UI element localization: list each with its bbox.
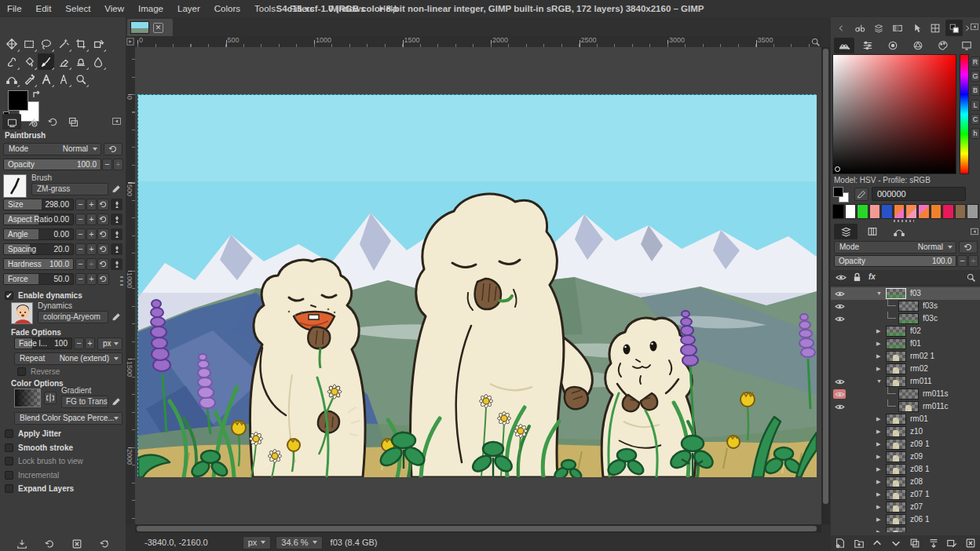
text-tool-button[interactable]	[38, 71, 54, 87]
layer-thumbnail[interactable]	[886, 502, 906, 513]
patterns-dialog-tab[interactable]	[927, 20, 944, 36]
layer-row[interactable]: ▶rm02	[831, 363, 980, 375]
layer-visibility-toggle[interactable]	[833, 490, 846, 499]
menu-select[interactable]: Select	[58, 2, 97, 16]
search-icon[interactable]	[966, 272, 976, 283]
layer-row[interactable]: ▶	[831, 526, 980, 532]
smudge-tool-button[interactable]	[90, 53, 106, 70]
images-tab[interactable]	[64, 114, 82, 130]
image-tab[interactable]: ✕	[127, 19, 173, 36]
canvas-viewport[interactable]	[135, 47, 821, 524]
spacing-reset-button[interactable]	[97, 243, 109, 255]
pane-resize-handle[interactable]	[120, 276, 123, 287]
merge-down-icon[interactable]	[928, 538, 939, 549]
new-group-icon[interactable]	[854, 538, 865, 549]
spacing-decrease-button[interactable]: −	[75, 243, 86, 255]
menu-tools[interactable]: Tools	[247, 2, 283, 16]
layer-thumbnail[interactable]	[886, 464, 906, 475]
device-status-tab[interactable]	[23, 114, 42, 130]
menu-colors[interactable]: Colors	[207, 2, 247, 16]
new-layer-icon[interactable]	[835, 538, 846, 549]
close-icon[interactable]: ✕	[153, 23, 163, 33]
duplicate-layer-icon[interactable]	[909, 538, 920, 549]
delete-layer-icon[interactable]	[965, 538, 976, 549]
aspect-dynamics-toggle[interactable]	[111, 213, 122, 225]
channel-button-R[interactable]: R	[971, 57, 980, 68]
expand-icon[interactable]: ▶	[876, 504, 880, 510]
aspect-increase-button[interactable]: +	[86, 213, 97, 225]
color-picker-button[interactable]	[854, 188, 868, 201]
size-dynamics-toggle[interactable]	[111, 199, 122, 210]
menu-view[interactable]: View	[97, 2, 131, 16]
layer-row[interactable]: ▶z09 1	[831, 438, 980, 451]
opacity-slider[interactable]: Opacity 100.0	[3, 159, 101, 170]
layer-visibility-toggle[interactable]	[833, 452, 846, 462]
spacing-increase-button[interactable]: +	[86, 243, 97, 255]
color-history-swatch[interactable]	[931, 204, 942, 219]
color-history-swatch[interactable]	[942, 204, 954, 219]
cmyk-selector-tab[interactable]	[858, 38, 878, 53]
layer-visibility-toggle[interactable]	[833, 314, 846, 323]
menu-image[interactable]: Image	[131, 2, 170, 16]
layer-thumbnail[interactable]	[886, 338, 906, 349]
layer-row[interactable]: ▶rm02 1	[831, 350, 980, 363]
eraser-tool-button[interactable]	[55, 53, 71, 70]
restore-preset-icon[interactable]	[44, 538, 55, 549]
channel-button-h[interactable]: h	[971, 128, 980, 139]
layer-visibility-toggle[interactable]	[833, 389, 846, 399]
paint-mode-select[interactable]: Mode Normal	[3, 143, 101, 155]
airbrush-tool-button[interactable]	[20, 71, 37, 87]
lock-brush-row[interactable]: Lock brush to view	[5, 457, 83, 465]
pointer-dialog-tab[interactable]	[908, 20, 925, 36]
dock-menu-icon[interactable]	[112, 116, 122, 126]
eye-icon[interactable]	[836, 273, 847, 282]
smooth-stroke-checkbox[interactable]	[5, 443, 13, 452]
expand-icon[interactable]: ▶	[876, 416, 880, 422]
channel-button-G[interactable]: G	[971, 71, 980, 82]
add-mask-icon[interactable]	[946, 538, 957, 549]
fonts-dialog-tab[interactable]	[851, 20, 868, 36]
color-history-swatch[interactable]	[857, 204, 868, 219]
size-reset-button[interactable]	[97, 199, 109, 210]
layer-thumbnail[interactable]	[886, 426, 906, 437]
spacing-dynamics-toggle[interactable]	[111, 243, 122, 255]
menu-filters[interactable]: Filters	[283, 2, 321, 16]
zoom-tool-button[interactable]	[72, 71, 89, 87]
force-increase-button[interactable]: +	[86, 273, 97, 285]
layer-visibility-toggle[interactable]	[833, 477, 846, 487]
wheel-selector-tab[interactable]	[908, 38, 928, 53]
color-history-swatch[interactable]	[832, 204, 844, 219]
save-preset-icon[interactable]	[16, 538, 27, 549]
layer-mode-select[interactable]: Mode Normal	[834, 241, 956, 254]
paths-panel-tab[interactable]	[887, 224, 911, 239]
brush-name-field[interactable]: ZM-grass	[31, 183, 108, 195]
collapse-icon[interactable]: ▼	[876, 378, 882, 384]
layer-thumbnail[interactable]	[898, 301, 919, 312]
dynamics-name-field[interactable]: coloring-Aryeom	[38, 311, 108, 323]
lock-icon[interactable]	[853, 272, 861, 283]
size-decrease-button[interactable]: −	[75, 199, 86, 210]
zoom-select[interactable]: 34.6 %	[276, 536, 322, 549]
brush-thumbnail[interactable]	[3, 174, 27, 198]
gradient-edit-button[interactable]	[110, 396, 122, 407]
gradients-dialog-tab[interactable]	[889, 20, 906, 36]
layer-visibility-toggle[interactable]	[833, 327, 846, 336]
scroll-tabs-left-button[interactable]	[832, 20, 850, 36]
collapse-icon[interactable]: ▼	[876, 290, 882, 296]
fuzzy-select-tool-button[interactable]	[55, 35, 71, 52]
menu-edit[interactable]: Edit	[29, 2, 59, 16]
delete-preset-icon[interactable]	[71, 538, 82, 549]
layer-row[interactable]: ▶f02	[831, 325, 980, 338]
layer-visibility-toggle[interactable]	[833, 427, 846, 436]
layer-opacity-increase-button[interactable]: +	[968, 255, 978, 267]
size-slider[interactable]: Size 298.00	[3, 199, 74, 210]
layer-mode-reset-button[interactable]	[959, 241, 978, 254]
blend-color-space-select[interactable]: Blend Color Space Perce...	[14, 412, 122, 425]
move-tool-button[interactable]	[3, 35, 20, 52]
color-history-swatch[interactable]	[894, 204, 905, 219]
color-history-swatch[interactable]	[967, 204, 978, 219]
layer-visibility-toggle[interactable]	[833, 402, 846, 411]
reverse-checkbox[interactable]	[17, 367, 26, 376]
layer-row[interactable]: rm011s	[831, 388, 980, 400]
menu-windows[interactable]: Windows	[321, 2, 372, 16]
